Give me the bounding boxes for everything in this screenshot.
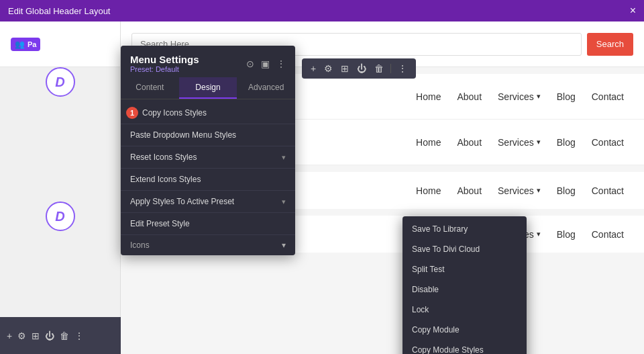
menu-settings-header-icons: ⊙ ▣ ⋮: [246, 58, 286, 69]
menu-item-paste-dropdown[interactable]: Paste Dropdown Menu Styles: [121, 124, 295, 146]
title-bar-text: Edit Global Header Layout: [8, 6, 110, 16]
main-content: Pa D D + ⚙ ⊞ ⏻ 🗑 ⋮ Search: [0, 21, 644, 354]
menu-item-edit-preset[interactable]: Edit Preset Style: [121, 213, 295, 235]
nav-link-blog-1[interactable]: Blog: [557, 91, 576, 102]
settings-tabs: Content Design Advanced: [121, 77, 295, 99]
settings-dots-icon[interactable]: ⊙: [246, 58, 254, 69]
pa-badge: Pa: [11, 38, 40, 51]
nav-link-contact-1[interactable]: Contact: [592, 91, 624, 102]
menu-settings-title-area: Menu Settings Preset: Default: [130, 54, 199, 73]
nav-link-contact-2[interactable]: Contact: [592, 137, 624, 148]
toolbar-grid-icon[interactable]: ⊞: [337, 61, 352, 76]
left-toolbar-grid-icon[interactable]: ⊞: [32, 330, 40, 341]
nav-link-blog-4[interactable]: Blog: [557, 229, 576, 240]
context-split-test[interactable]: Split Test: [402, 259, 527, 279]
menu-settings-panel: Menu Settings Preset: Default ⊙ ▣ ⋮ Cont…: [121, 46, 295, 255]
nav-link-services-2[interactable]: Services: [498, 137, 541, 148]
nav-link-home-3[interactable]: Home: [416, 185, 441, 196]
left-toolbar-settings-icon[interactable]: ⚙: [17, 330, 26, 341]
context-save-divi-cloud[interactable]: Save To Divi Cloud: [402, 239, 527, 259]
nav-link-contact-4[interactable]: Contact: [592, 229, 624, 240]
search-button[interactable]: Search: [587, 33, 633, 56]
toolbar-more-icon[interactable]: ⋮: [394, 61, 411, 76]
menu-item-reset-icons[interactable]: Reset Icons Styles ▾: [121, 146, 295, 169]
menu-item-copy-icons[interactable]: 1 Copy Icons Styles: [121, 102, 295, 124]
left-toolbar-delete-icon[interactable]: 🗑: [60, 330, 69, 341]
title-bar: Edit Global Header Layout ×: [0, 0, 644, 21]
divi-logo-top: D: [46, 67, 75, 97]
tab-advanced[interactable]: Advanced: [237, 77, 295, 99]
context-copy-module-styles[interactable]: Copy Module Styles: [402, 340, 527, 354]
left-toolbar-add-icon[interactable]: +: [7, 330, 12, 341]
nav-link-services-3[interactable]: Services: [498, 185, 541, 196]
menu-settings-preset: Preset: Default: [130, 65, 199, 73]
pa-badge-text: Pa: [28, 40, 36, 48]
context-disable[interactable]: Disable: [402, 279, 527, 300]
toolbar-separator: [390, 64, 391, 73]
icons-label: Icons ▾: [121, 235, 295, 255]
header-area: Pa: [0, 21, 120, 67]
menu-item-arrow-1: ▾: [282, 153, 286, 162]
toolbar-settings-icon[interactable]: ⚙: [321, 61, 336, 76]
context-copy-module[interactable]: Copy Module: [402, 320, 527, 340]
module-toolbar: + ⚙ ⊞ ⏻ 🗑 ⋮: [302, 58, 416, 79]
nav-link-services-1[interactable]: Services: [498, 91, 541, 102]
divi-logo-bottom: D: [46, 202, 75, 231]
tab-content[interactable]: Content: [121, 77, 179, 99]
tab-design[interactable]: Design: [179, 77, 237, 99]
nav-link-home-1[interactable]: Home: [416, 91, 441, 102]
settings-columns-icon[interactable]: ▣: [261, 58, 270, 69]
left-toolbar-power-icon[interactable]: ⏻: [45, 330, 54, 341]
nav-link-about-3[interactable]: About: [457, 185, 482, 196]
nav-link-home-2[interactable]: Home: [416, 137, 441, 148]
left-toolbar-more-icon[interactable]: ⋮: [74, 330, 84, 341]
settings-more-icon[interactable]: ⋮: [276, 58, 286, 69]
toolbar-delete-icon[interactable]: 🗑: [371, 61, 387, 76]
menu-item-apply-styles[interactable]: Apply Styles To Active Preset ▾: [121, 191, 295, 213]
nav-link-blog-2[interactable]: Blog: [557, 137, 576, 148]
nav-link-about-2[interactable]: About: [457, 137, 482, 148]
menu-item-extend-icons[interactable]: Extend Icons Styles: [121, 169, 295, 191]
nav-link-blog-3[interactable]: Blog: [557, 185, 576, 196]
left-panel: Pa D D + ⚙ ⊞ ⏻ 🗑 ⋮: [0, 21, 121, 354]
icons-arrow-icon: ▾: [282, 240, 286, 250]
close-button[interactable]: ×: [630, 5, 636, 16]
menu-settings-title: Menu Settings: [130, 54, 199, 65]
toolbar-power-icon[interactable]: ⏻: [354, 61, 370, 76]
menu-item-badge-1: 1: [126, 107, 138, 119]
nav-link-contact-3[interactable]: Contact: [592, 185, 624, 196]
context-lock[interactable]: Lock: [402, 300, 527, 320]
context-save-library[interactable]: Save To Library: [402, 219, 527, 239]
menu-item-arrow-2: ▾: [282, 197, 286, 206]
context-menu: Save To Library Save To Divi Cloud Split…: [402, 216, 527, 354]
toolbar-add-icon[interactable]: +: [307, 61, 319, 76]
menu-settings-header: Menu Settings Preset: Default ⊙ ▣ ⋮: [121, 46, 295, 77]
left-toolbar: + ⚙ ⊞ ⏻ 🗑 ⋮: [0, 317, 121, 354]
nav-link-about-1[interactable]: About: [457, 91, 482, 102]
